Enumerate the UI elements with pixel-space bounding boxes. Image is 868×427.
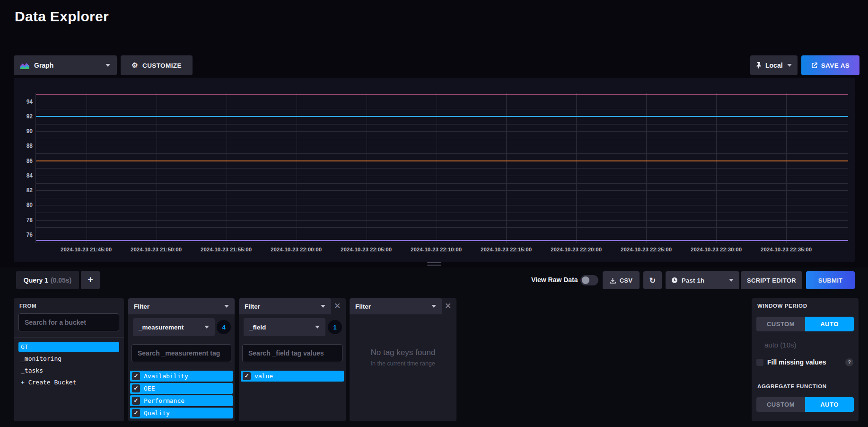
download-icon: [610, 277, 616, 284]
add-query-button[interactable]: +: [81, 271, 100, 289]
page-title: Data Explorer: [15, 9, 109, 25]
customize-label: CUSTOMIZE: [142, 62, 182, 69]
checkbox-checked-icon[interactable]: ✓: [132, 409, 140, 417]
local-dropdown[interactable]: Local: [750, 55, 798, 75]
gridline-vertical: [506, 93, 507, 243]
x-axis-label: 2024-10-23 22:20:00: [551, 247, 602, 252]
close-icon[interactable]: ✕: [333, 302, 342, 311]
fill-missing-checkbox[interactable]: [756, 359, 763, 366]
tag-value-label: Availability: [144, 373, 188, 380]
tag-value-item[interactable]: ✓value: [241, 371, 344, 382]
x-axis-label: 2024-10-23 22:25:00: [621, 247, 672, 252]
script-editor-label: SCRIPT EDITOR: [747, 277, 796, 284]
from-header: FROM: [19, 303, 124, 309]
tag-value-item[interactable]: ✓OEE: [130, 383, 233, 394]
resize-handle[interactable]: [427, 265, 441, 266]
tag-value-label: Quality: [144, 409, 170, 417]
y-axis-label: 94: [16, 98, 33, 105]
bucket-item[interactable]: GT: [18, 342, 119, 352]
chevron-down-icon: [431, 305, 436, 308]
window-auto-value: auto (10s): [764, 341, 797, 349]
gridline-horizontal: [36, 176, 848, 176]
plot-area[interactable]: [35, 93, 848, 243]
y-axis-label: 88: [16, 142, 33, 149]
csv-button[interactable]: CSV: [603, 271, 640, 289]
gridline-horizontal: [36, 227, 848, 228]
filter-header-label: Filter: [245, 303, 260, 310]
gridline-horizontal: [36, 198, 848, 198]
measurement-search-input[interactable]: [132, 344, 231, 362]
question-icon[interactable]: ?: [845, 358, 853, 366]
aggregate-custom-button[interactable]: CUSTOM: [756, 397, 805, 412]
local-label: Local: [765, 62, 783, 69]
filter-panel-field: Filter ✕ _field 1 ✓value: [239, 298, 346, 421]
checkbox-checked-icon[interactable]: ✓: [132, 397, 140, 405]
gridline-horizontal: [36, 242, 848, 242]
pin-icon: [756, 62, 762, 69]
y-axis-label: 80: [16, 202, 33, 208]
bucket-item[interactable]: _monitoring: [18, 354, 119, 364]
series-line-availability: [36, 94, 848, 95]
measurement-value-list: ✓Availability✓OEE✓Performance✓Quality: [128, 369, 235, 418]
tag-key-dropdown[interactable]: _field: [244, 318, 325, 336]
bucket-item[interactable]: _tasks: [18, 366, 119, 375]
tag-value-item[interactable]: ✓Performance: [130, 395, 233, 406]
close-icon[interactable]: ✕: [443, 302, 453, 311]
gridline-vertical: [716, 93, 717, 243]
chevron-down-icon: [729, 279, 734, 282]
filter-panel-empty: Filter ✕ No tag keys found in the curren…: [350, 298, 456, 421]
aggregate-segmented: CUSTOM AUTO: [756, 397, 854, 412]
tag-value-item[interactable]: ✓Availability: [130, 371, 233, 382]
view-type-label: Graph: [34, 62, 53, 69]
x-axis-label: 2024-10-23 22:35:00: [761, 247, 812, 252]
field-value-list: ✓value: [239, 369, 346, 382]
time-range-dropdown[interactable]: Past 1h: [666, 271, 739, 289]
window-auto-button[interactable]: AUTO: [805, 317, 854, 331]
field-search-input[interactable]: [242, 344, 342, 362]
customize-button[interactable]: ⚙ CUSTOMIZE: [121, 55, 193, 75]
y-axis-label: 82: [16, 187, 33, 194]
window-period-header: WINDOW PERIOD: [757, 303, 859, 309]
empty-state-title: No tag keys found: [350, 348, 456, 357]
clock-icon: [671, 277, 678, 284]
graph-icon: [20, 62, 29, 69]
tag-value-item[interactable]: ✓Quality: [130, 408, 233, 418]
aggregate-function-header: AGGREGATE FUNCTION: [757, 383, 827, 389]
filter-type-dropdown[interactable]: Filter: [128, 298, 235, 314]
view-raw-data-toggle[interactable]: [580, 275, 598, 285]
gridline-horizontal: [36, 183, 848, 184]
gridline-horizontal: [36, 190, 848, 191]
checkbox-checked-icon[interactable]: ✓: [132, 384, 140, 392]
checkbox-checked-icon[interactable]: ✓: [243, 372, 251, 380]
window-period-panel: WINDOW PERIOD CUSTOM AUTO auto (10s) Fil…: [752, 298, 859, 421]
toggle-knob: [582, 276, 589, 284]
csv-label: CSV: [620, 277, 633, 284]
refresh-button[interactable]: ↻: [643, 271, 662, 289]
checkbox-checked-icon[interactable]: ✓: [132, 372, 140, 380]
chevron-down-icon: [315, 326, 320, 329]
gridline-vertical: [227, 93, 227, 243]
gridline-horizontal: [36, 235, 848, 235]
resize-handle[interactable]: [427, 262, 441, 263]
window-custom-button[interactable]: CUSTOM: [756, 317, 805, 331]
script-editor-button[interactable]: SCRIPT EDITOR: [741, 271, 802, 289]
chevron-down-icon: [787, 64, 792, 67]
x-axis-label: 2024-10-23 22:00:00: [271, 247, 322, 252]
query-tab[interactable]: Query 1 (0.05s): [16, 271, 79, 289]
y-axis-label: 78: [16, 217, 33, 223]
series-line-oee: [36, 240, 848, 241]
submit-button[interactable]: SUBMIT: [806, 271, 855, 289]
filter-type-dropdown[interactable]: Filter: [350, 298, 442, 314]
gridline-horizontal: [36, 220, 848, 221]
gridline-horizontal: [36, 124, 848, 125]
save-as-button[interactable]: SAVE AS: [801, 55, 859, 75]
gear-icon: ⚙: [132, 61, 138, 70]
view-type-dropdown[interactable]: Graph: [14, 55, 117, 75]
tag-key-dropdown[interactable]: _measurement: [133, 318, 215, 336]
bucket-item[interactable]: + Create Bucket: [18, 378, 119, 387]
x-axis-label: 2024-10-23 22:15:00: [481, 247, 532, 252]
aggregate-auto-button[interactable]: AUTO: [805, 397, 854, 412]
filter-type-dropdown[interactable]: Filter: [239, 298, 331, 314]
chevron-down-icon: [224, 305, 229, 308]
bucket-search-input[interactable]: [18, 313, 119, 331]
